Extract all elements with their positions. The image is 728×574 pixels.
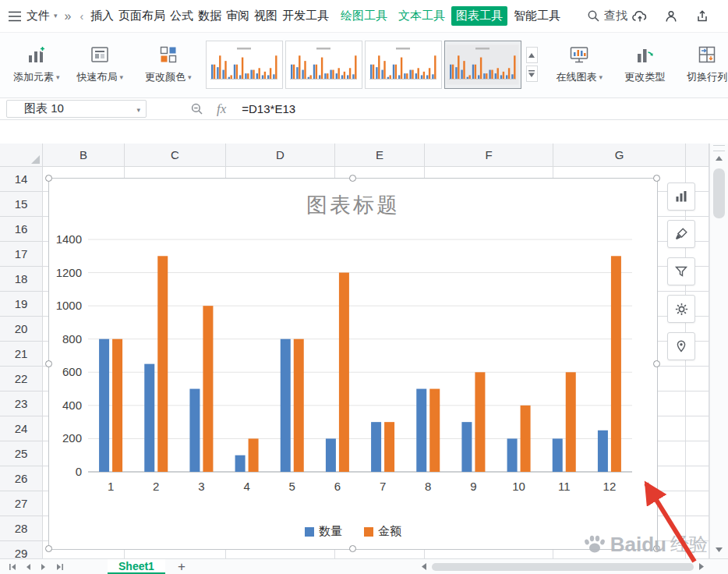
row-header-22[interactable]: 22 (0, 367, 42, 392)
quick-layout-button[interactable]: 快速布局▾ (69, 43, 133, 86)
column-header-C[interactable]: C (125, 144, 226, 166)
first-sheet-icon[interactable] (5, 563, 20, 571)
select-all-corner[interactable] (0, 144, 43, 167)
chart-resize-handle[interactable] (653, 360, 660, 367)
account-icon[interactable] (662, 7, 680, 26)
row-header-28[interactable]: 28 (0, 516, 42, 541)
settings-icon (674, 302, 689, 317)
row-header-29[interactable]: 29 (0, 541, 42, 558)
tab-6[interactable]: 视图 (252, 9, 280, 23)
sheet-tab-sheet1[interactable]: Sheet1 (108, 559, 165, 574)
chart-resize-handle[interactable] (349, 545, 356, 552)
horizontal-scroll-track[interactable] (430, 562, 695, 572)
split-handle[interactable] (713, 145, 725, 151)
legend-swatch (364, 527, 373, 537)
svg-text:1400: 1400 (56, 232, 82, 246)
row-header-25[interactable]: 25 (0, 441, 42, 466)
tab-2[interactable]: 页面布局 (116, 9, 168, 23)
scroll-up-icon[interactable] (710, 151, 728, 165)
column-header-F[interactable]: F (425, 144, 553, 166)
switch-rowcol-button[interactable]: 切换行列 (678, 43, 728, 86)
scroll-left-icon[interactable] (418, 563, 430, 570)
cloud-sync-icon[interactable] (631, 7, 649, 26)
prev-sheet-icon[interactable] (20, 563, 36, 571)
chart-resize-handle[interactable] (653, 175, 660, 182)
chart[interactable]: 图表标题 02004006008001000120014001234567891… (48, 178, 658, 550)
ribbon: 添加元素▾ 快速布局▾ 更改颜色▾ 在线图表▾ 更改类型 切换行列 (0, 33, 728, 98)
chart-style-button[interactable] (667, 220, 695, 248)
horizontal-scrollbar[interactable] (418, 559, 708, 574)
quick-layout-label: 快速布局 (77, 70, 118, 84)
chart-resize-handle[interactable] (45, 545, 52, 552)
tab-5[interactable]: 审阅 (224, 9, 252, 23)
horizontal-scroll-thumb[interactable] (432, 563, 694, 571)
formula-bar: 图表 10 ▾ fx =D13*E13 (0, 98, 728, 120)
file-menu[interactable]: 文件 ▾ (27, 9, 58, 23)
last-sheet-icon[interactable] (51, 563, 67, 571)
online-chart-button[interactable]: 在线图表▾ (548, 43, 612, 86)
change-colors-button[interactable]: 更改颜色▾ (136, 43, 200, 86)
position-button[interactable] (667, 332, 695, 360)
tabs-scroll-left-icon[interactable]: ‹ (78, 10, 85, 23)
wps-spreadsheet-app: { "topbar": { "file_label": "文件", "expan… (0, 0, 728, 574)
column-header-G[interactable]: G (553, 144, 686, 166)
hamburger-menu-icon[interactable] (8, 7, 22, 26)
tool-tab-2[interactable]: 文本工具 (394, 6, 450, 26)
row-header-18[interactable]: 18 (0, 267, 42, 292)
gallery-more-icon[interactable] (526, 66, 538, 82)
chart-resize-handle[interactable] (45, 360, 52, 367)
more-icon[interactable] (724, 7, 728, 26)
expand-chevron-icon[interactable]: » (61, 9, 76, 23)
share-icon[interactable] (693, 7, 712, 26)
tab-3[interactable]: 公式 (168, 9, 196, 23)
scroll-down-icon[interactable] (710, 543, 728, 557)
column-header-B[interactable]: B (43, 144, 125, 166)
formula-input[interactable]: =D13*E13 (242, 102, 295, 115)
row-header-15[interactable]: 15 (0, 192, 42, 217)
row-header-27[interactable]: 27 (0, 491, 42, 516)
chart-resize-handle[interactable] (349, 175, 356, 182)
column-header-D[interactable]: D (226, 144, 335, 166)
tool-tab-3[interactable]: 图表工具 (451, 6, 507, 26)
settings-button[interactable] (667, 295, 695, 323)
chart-filter-button[interactable] (667, 257, 695, 285)
tool-tab-4[interactable]: 智能工具 (509, 6, 565, 26)
vertical-scrollbar[interactable] (709, 144, 728, 558)
scroll-right-icon[interactable] (695, 563, 708, 570)
chart-style-thumb-4[interactable] (444, 41, 521, 89)
row-header-23[interactable]: 23 (0, 392, 42, 416)
tab-7[interactable]: 开发工具 (280, 9, 331, 23)
tab-1[interactable]: 插入 (88, 9, 116, 23)
zoom-out-icon[interactable] (190, 102, 204, 116)
name-box[interactable]: 图表 10 ▾ (6, 100, 147, 118)
row-header-16[interactable]: 16 (0, 217, 42, 242)
chart-style-thumb-1[interactable] (206, 41, 283, 89)
column-header-partial[interactable] (686, 144, 709, 166)
add-element-button[interactable]: 添加元素▾ (5, 43, 69, 86)
search-box[interactable]: 查找 (587, 9, 627, 23)
chart-resize-handle[interactable] (45, 175, 52, 182)
chart-style-thumb-2[interactable] (285, 41, 362, 89)
row-header-20[interactable]: 20 (0, 317, 42, 342)
next-sheet-icon[interactable] (36, 563, 51, 571)
svg-text:6: 6 (334, 480, 341, 493)
chart-elements-button[interactable] (667, 182, 695, 211)
add-sheet-button[interactable]: + (178, 559, 186, 574)
change-type-button[interactable]: 更改类型 (616, 43, 673, 86)
chart-style-thumb-3[interactable] (365, 41, 442, 89)
row-header-19[interactable]: 19 (0, 292, 42, 317)
gallery-scroll-up-icon[interactable] (526, 47, 538, 63)
tab-4[interactable]: 数据 (196, 9, 224, 23)
row-header-17[interactable]: 17 (0, 242, 42, 267)
vertical-scroll-thumb[interactable] (713, 168, 725, 218)
grid-cells[interactable]: 图表标题 02004006008001000120014001234567891… (43, 167, 709, 558)
row-header-14[interactable]: 14 (0, 167, 42, 192)
position-icon (674, 339, 688, 353)
row-header-24[interactable]: 24 (0, 416, 42, 441)
fx-label[interactable]: fx (217, 101, 226, 117)
row-header-21[interactable]: 21 (0, 342, 42, 367)
sheet-nav (5, 563, 67, 571)
tool-tab-1[interactable]: 绘图工具 (336, 6, 392, 26)
column-header-E[interactable]: E (335, 144, 425, 166)
row-header-26[interactable]: 26 (0, 466, 42, 491)
